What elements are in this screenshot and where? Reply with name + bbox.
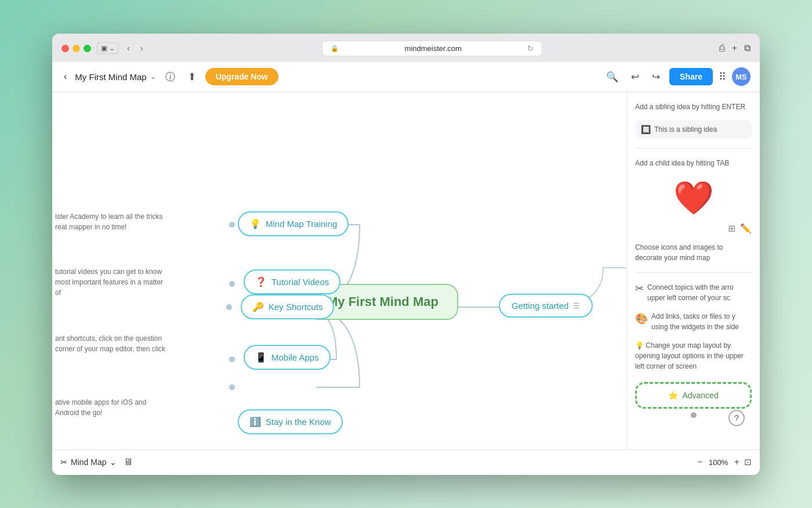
traffic-lights: [61, 45, 91, 52]
right-node-getting-started[interactable]: Getting started ☰: [499, 294, 593, 318]
cloud-upload-button[interactable]: ⬆: [184, 69, 200, 85]
sibling-hint: Add a sibling idea by hitting ENTER: [635, 102, 752, 112]
url-text: mindmeister.com: [342, 44, 524, 53]
branch-node-tutorial-videos[interactable]: ❓ Tutorial Videos: [244, 269, 340, 294]
connect-button[interactable]: ✂: [635, 282, 644, 295]
getting-started-label: Getting started: [512, 301, 568, 311]
fit-icon: ⊡: [744, 457, 752, 467]
zoom-out-button[interactable]: −: [697, 457, 702, 467]
question-icon: ❓: [255, 276, 267, 287]
zoom-minus-icon: −: [697, 457, 702, 467]
panel-divider-2: [635, 272, 752, 273]
advanced-node[interactable]: ⭐ Advanced: [635, 382, 752, 409]
main-content: ister Academy to learn all the tricks re…: [52, 92, 760, 449]
toolbar-right: 🔍 ↩ ↪ Share ⠿ MS: [603, 67, 751, 86]
bulb-icon: 💡: [249, 218, 261, 229]
branch-label-mind-map-training: Mind Map Training: [266, 219, 337, 229]
app-toolbar: ‹ My First Mind Map ⌄ ⓘ ⬆ Upgrade Now 🔍 …: [52, 62, 760, 92]
reload-icon[interactable]: ↻: [527, 44, 534, 53]
svg-point-2: [226, 304, 232, 310]
maximize-button[interactable]: [84, 45, 91, 52]
avatar[interactable]: MS: [732, 67, 751, 86]
layout-icon: ✂: [60, 457, 67, 467]
zoom-plus-icon: +: [734, 457, 740, 467]
note-text-2: tutorial videos you can get to know most…: [52, 266, 168, 298]
note-text-1: ister Academy to learn all the tricks re…: [52, 211, 168, 232]
sibling-idea-text: This is a sibling idea: [654, 125, 717, 134]
browser-window: ▣ ⌄ ‹ › 🔒 mindmeister.com ↻ ⎙ + ⧉ ‹ My: [52, 34, 760, 475]
star-icon: ⭐: [668, 391, 678, 400]
getting-started-icon: ☰: [573, 301, 580, 310]
icons-panel-button[interactable]: ⊞: [728, 223, 735, 234]
chevron-down-icon: ⌄: [150, 73, 156, 81]
layout-label: Mind Map: [71, 457, 106, 467]
child-hint: Add a child idea by hitting TAB: [635, 158, 752, 168]
connect-hint-text: Connect topics with the arro upper left …: [647, 282, 752, 303]
palette-icon: 🎨: [635, 311, 648, 327]
branch-node-stay-in-know[interactable]: ℹ️ Stay in the Know: [238, 409, 343, 434]
layout-button[interactable]: ✂ Mind Map ⌄: [60, 457, 117, 467]
right-panel: Add a sibling idea by hitting ENTER 🔲 Th…: [626, 92, 760, 449]
new-tab-icon[interactable]: +: [732, 43, 737, 53]
back-button[interactable]: ‹: [61, 69, 69, 84]
help-button[interactable]: ?: [728, 410, 745, 426]
fit-screen-button[interactable]: ⊡: [744, 457, 752, 467]
share-button[interactable]: Share: [669, 68, 713, 85]
browser-right-icons: ⎙ + ⧉: [719, 43, 751, 53]
minimize-button[interactable]: [72, 45, 80, 52]
icons-hint-text: Choose icons and images to decorate your…: [635, 243, 723, 262]
forward-navigation-button[interactable]: ›: [138, 42, 146, 54]
layout-hint: 💡 Change your map layout by opening layo…: [635, 340, 752, 372]
zoom-in-button[interactable]: +: [734, 457, 740, 467]
sidebar-icon: ▣: [101, 44, 107, 52]
upgrade-label: Upgrade Now: [216, 72, 268, 81]
svg-point-3: [229, 356, 235, 362]
branch-node-mind-map-training[interactable]: 💡 Mind Map Training: [238, 211, 349, 236]
share-page-icon[interactable]: ⎙: [719, 43, 725, 53]
presentation-button[interactable]: 🖥: [124, 457, 133, 467]
advanced-node-container: ⭐ Advanced: [635, 382, 752, 409]
sidebar-toggle-button[interactable]: ▣ ⌄: [97, 42, 119, 54]
heart-image: ❤️: [635, 179, 752, 217]
info-icon: ℹ️: [249, 416, 261, 427]
icons-hint: Choose icons and images to decorate your…: [635, 242, 752, 263]
share-label: Share: [680, 72, 702, 81]
sibling-idea-box: 🔲 This is a sibling idea: [635, 120, 752, 139]
sidebar-chevron: ⌄: [109, 44, 115, 52]
zoom-controls: − 100% + ⊡: [697, 457, 752, 467]
connect-hint: ✂ Connect topics with the arro upper lef…: [635, 282, 752, 303]
advanced-connector-dot: [691, 412, 697, 418]
undo-button[interactable]: ↩: [628, 69, 643, 85]
upgrade-now-button[interactable]: Upgrade Now: [205, 68, 278, 85]
close-button[interactable]: [61, 45, 69, 52]
mind-map-canvas[interactable]: ister Academy to learn all the tricks re…: [52, 92, 626, 449]
layout-chevron-icon: ⌄: [110, 457, 117, 467]
lock-icon: 🔒: [331, 45, 339, 52]
windows-icon[interactable]: ⧉: [744, 43, 751, 53]
search-button[interactable]: 🔍: [603, 69, 622, 85]
redo-button[interactable]: ↪: [648, 69, 664, 85]
edit-panel-button[interactable]: ✏️: [740, 223, 752, 234]
links-hint-text: Add links, tasks or files to y using the…: [651, 311, 752, 332]
child-hint-text: Add a child idea by hitting TAB: [635, 159, 729, 167]
branch-node-key-shortcuts[interactable]: 🔑 Key Shortcuts: [241, 294, 334, 319]
links-hint: 🎨 Add links, tasks or files to y using t…: [635, 311, 752, 332]
sibling-hint-text: Add a sibling idea by hitting ENTER: [635, 103, 745, 111]
branch-label-stay-in-know: Stay in the Know: [266, 417, 331, 427]
back-navigation-button[interactable]: ‹: [125, 42, 132, 54]
grid-icon[interactable]: ⠿: [719, 70, 726, 83]
note-text-4: ative mobile apps for iOS and Android th…: [52, 397, 168, 418]
mobile-icon: 📱: [255, 352, 267, 363]
advanced-label: Advanced: [682, 391, 718, 400]
svg-point-0: [229, 222, 235, 228]
branch-node-mobile-apps[interactable]: 📱 Mobile Apps: [244, 345, 331, 370]
zoom-level: 100%: [708, 458, 730, 467]
central-node-text: My First Mind Map: [327, 294, 438, 309]
map-title[interactable]: My First Mind Map ⌄: [75, 72, 155, 82]
bottom-toolbar: ✂ Mind Map ⌄ 🖥 − 100% + ⊡: [52, 449, 760, 475]
address-bar[interactable]: 🔒 mindmeister.com ↻: [322, 41, 542, 56]
panel-divider-1: [635, 148, 752, 149]
avatar-initials: MS: [735, 73, 747, 81]
info-button[interactable]: ⓘ: [162, 68, 179, 86]
svg-point-4: [229, 384, 235, 390]
